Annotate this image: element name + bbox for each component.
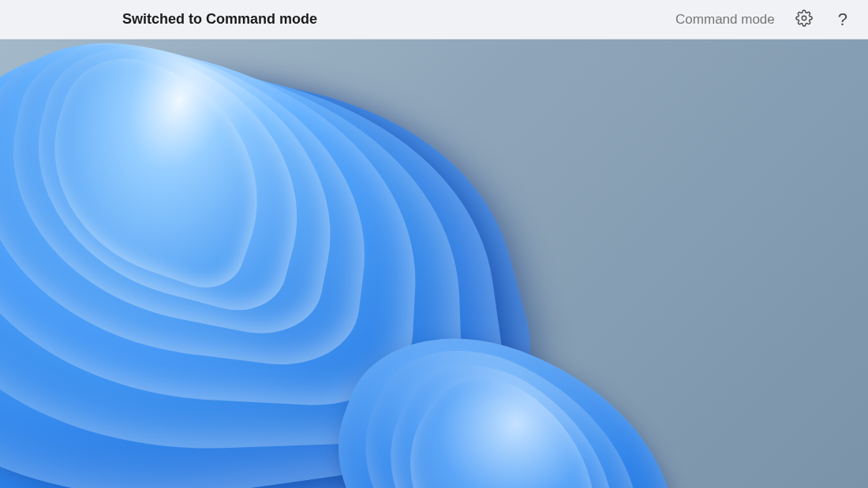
mode-label: Command mode (675, 12, 775, 28)
toolbar-right-group: Command mode ? (675, 5, 852, 35)
gear-icon (795, 9, 813, 29)
toolbar: Switched to Command mode Command mode ? (0, 0, 868, 39)
svg-point-0 (802, 16, 806, 20)
desktop-background (0, 39, 868, 488)
status-message: Switched to Command mode (122, 11, 317, 28)
help-button[interactable]: ? (833, 5, 852, 35)
settings-button[interactable] (791, 5, 817, 34)
wallpaper-bloom (0, 39, 868, 488)
help-icon: ? (838, 9, 847, 30)
